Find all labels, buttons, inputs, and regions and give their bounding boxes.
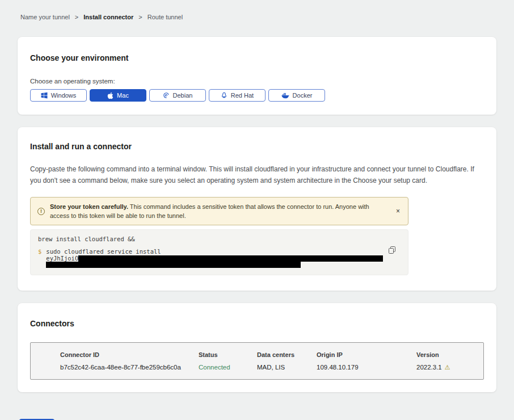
windows-icon [41, 92, 48, 99]
install-command-code-block: brew install cloudflared && $ sudo cloud… [30, 229, 408, 275]
cell-connector-id: b7c52c42-6caa-48ee-8c77-fbe259cb6c0a [60, 364, 199, 371]
connectors-card-title: Connectors [30, 319, 484, 328]
table-row: b7c52c42-6caa-48ee-8c77-fbe259cb6c0a Con… [60, 364, 483, 371]
table-header-row: Connector ID Status Data centers Origin … [60, 351, 483, 358]
debian-icon [163, 92, 170, 99]
install-card-title: Install and run a connector [30, 142, 484, 151]
os-button-windows[interactable]: Windows [30, 89, 87, 102]
cell-version: 2022.3.1 ⚠ [416, 364, 483, 371]
column-header-status: Status [199, 351, 257, 358]
connectors-card: Connectors Connector ID Status Data cent… [18, 303, 496, 392]
shell-prompt: $ [38, 248, 41, 268]
code-line-service-install: sudo cloudflared service install [46, 248, 383, 255]
breadcrumb-separator: > [75, 14, 78, 20]
os-button-mac[interactable]: Mac [90, 89, 146, 102]
breadcrumb-separator: > [138, 14, 142, 20]
column-header-connector-id: Connector ID [60, 351, 199, 358]
os-button-label: Mac [117, 92, 129, 99]
code-line-brew: brew install cloudflared && [38, 236, 401, 242]
column-header-origin-ip: Origin IP [317, 351, 416, 358]
apple-icon [107, 92, 113, 99]
docker-icon [281, 93, 289, 99]
os-button-group: Windows Mac Debian [30, 89, 484, 102]
connectors-table: Connector ID Status Data centers Origin … [30, 342, 484, 380]
redacted-token-bar [78, 255, 383, 262]
os-button-debian[interactable]: Debian [149, 89, 206, 102]
version-value: 2022.3.1 [416, 364, 442, 371]
os-button-docker[interactable]: Docker [268, 89, 325, 102]
token-warning-text: Store your token carefully. This command… [50, 202, 388, 220]
redacted-token-bar [46, 262, 301, 268]
token-warning-banner: ! Store your token carefully. This comma… [30, 197, 408, 225]
breadcrumb: Name your tunnel > Install connector > R… [18, 0, 496, 20]
status-badge: Connected [199, 364, 257, 371]
os-button-redhat[interactable]: Red Hat [209, 89, 266, 102]
install-description: Copy-paste the following command into a … [30, 164, 484, 186]
os-button-label: Red Hat [231, 92, 254, 99]
environment-card-title: Choose your environment [30, 53, 484, 62]
cell-origin-ip: 109.48.10.179 [317, 364, 416, 371]
token-warning-bold: Store your token carefully. [50, 203, 128, 210]
install-connector-card: Install and run a connector Copy-paste t… [18, 127, 496, 291]
cell-data-centers: MAD, LIS [257, 364, 317, 371]
alert-circle-icon: ! [37, 208, 45, 215]
close-icon[interactable]: × [394, 207, 402, 215]
page: Name your tunnel > Install connector > R… [0, 0, 514, 420]
column-header-data-centers: Data centers [257, 351, 317, 358]
os-button-label: Windows [51, 92, 77, 99]
breadcrumb-step-route-tunnel[interactable]: Route tunnel [148, 14, 183, 20]
os-select-label: Choose an operating system: [30, 78, 484, 85]
os-button-label: Docker [293, 92, 313, 99]
os-button-label: Debian [173, 92, 193, 99]
warning-triangle-icon: ⚠ [445, 364, 450, 371]
redhat-icon [221, 92, 227, 99]
token-prefix: eyJhIjoiO [46, 255, 78, 262]
environment-card: Choose your environment Choose an operat… [18, 37, 496, 115]
breadcrumb-step-name-tunnel[interactable]: Name your tunnel [20, 14, 70, 20]
column-header-version: Version [416, 351, 483, 358]
code-line-token: eyJhIjoiO [46, 255, 383, 262]
copy-icon[interactable] [389, 246, 395, 254]
breadcrumb-step-install-connector[interactable]: Install connector [83, 14, 133, 20]
